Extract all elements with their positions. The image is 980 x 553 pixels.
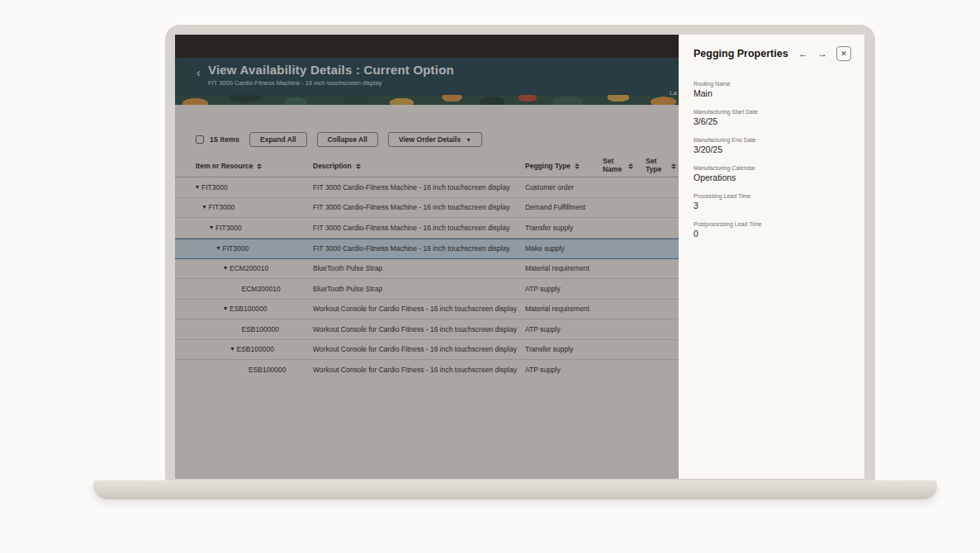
field-label: Manufacturing End Date (694, 137, 851, 143)
panel-field: Processing Lead Time3 (694, 193, 851, 210)
next-record-arrow-icon[interactable]: → (817, 48, 827, 59)
field-label: Manufacturing Calendar (694, 165, 851, 171)
field-value: 3/20/25 (694, 144, 851, 154)
screen: ‹ View Availability Details : Current Op… (175, 35, 864, 479)
panel-field: Postprocessing Lead Time0 (694, 221, 851, 239)
field-value: Operations (694, 173, 851, 182)
field-label: Routing Name (694, 81, 851, 87)
panel-field: Manufacturing End Date3/20/25 (694, 137, 851, 154)
panel-field: Manufacturing CalendarOperations (694, 165, 851, 182)
field-value: 3/6/25 (694, 116, 851, 126)
panel-header: Pegging Properties ← → ✕ (694, 46, 851, 61)
panel-close-button[interactable]: ✕ (836, 46, 851, 61)
close-icon: ✕ (840, 50, 847, 58)
panel-fields: Routing NameMainManufacturing Start Date… (694, 81, 851, 239)
laptop-base (93, 480, 937, 499)
field-label: Manufacturing Start Date (694, 109, 851, 115)
field-value: Main (694, 88, 851, 98)
panel-nav: ← → ✕ (798, 46, 851, 61)
laptop-screen-frame: ‹ View Availability Details : Current Op… (165, 25, 875, 480)
field-value: 0 (694, 229, 851, 239)
panel-field: Routing NameMain (694, 81, 851, 98)
main-app-area: ‹ View Availability Details : Current Op… (175, 35, 679, 479)
previous-record-arrow-icon[interactable]: ← (798, 48, 808, 59)
field-label: Processing Lead Time (694, 193, 851, 199)
panel-field: Manufacturing Start Date3/6/25 (694, 109, 851, 126)
panel-title: Pegging Properties (694, 48, 798, 59)
field-value: 3 (694, 201, 851, 210)
field-label: Postprocessing Lead Time (694, 221, 851, 227)
modal-dim-overlay (175, 35, 679, 479)
pegging-properties-panel: Pegging Properties ← → ✕ Routing NameMai… (679, 35, 864, 479)
